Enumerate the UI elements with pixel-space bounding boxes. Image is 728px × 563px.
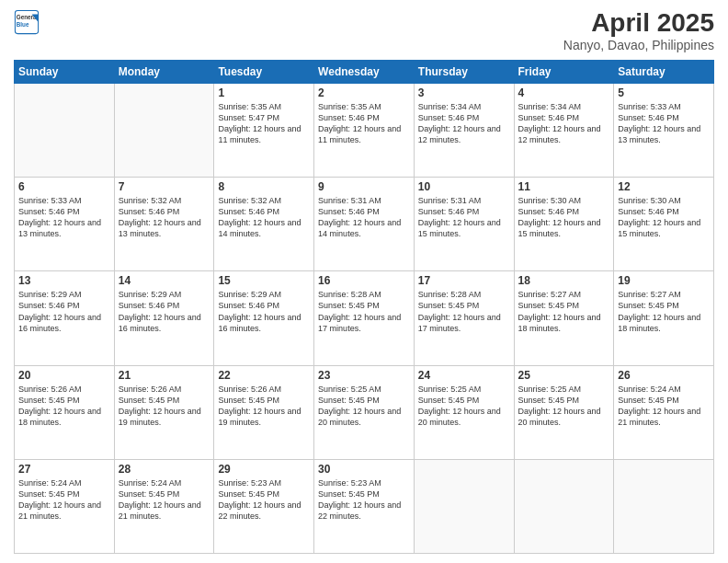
col-friday: Friday (514, 60, 614, 83)
day-number: 1 (218, 86, 310, 99)
calendar-week-5: 27Sunrise: 5:24 AMSunset: 5:45 PMDayligh… (15, 459, 714, 553)
calendar-week-4: 20Sunrise: 5:26 AMSunset: 5:45 PMDayligh… (15, 365, 714, 459)
calendar-cell: 19Sunrise: 5:27 AMSunset: 5:45 PMDayligh… (614, 271, 714, 365)
calendar-cell: 24Sunrise: 5:25 AMSunset: 5:45 PMDayligh… (414, 365, 514, 459)
calendar-cell (614, 459, 714, 553)
day-number: 8 (218, 180, 310, 193)
calendar-cell: 1Sunrise: 5:35 AMSunset: 5:47 PMDaylight… (214, 83, 314, 177)
calendar-cell: 17Sunrise: 5:28 AMSunset: 5:45 PMDayligh… (414, 271, 514, 365)
page-subtitle: Nanyo, Davao, Philippines (563, 38, 714, 52)
day-info: Sunrise: 5:31 AMSunset: 5:46 PMDaylight:… (418, 195, 510, 240)
calendar-cell: 5Sunrise: 5:33 AMSunset: 5:46 PMDaylight… (614, 83, 714, 177)
day-number: 17 (418, 274, 510, 287)
calendar-cell (514, 459, 614, 553)
calendar-cell: 21Sunrise: 5:26 AMSunset: 5:45 PMDayligh… (114, 365, 214, 459)
calendar-body: 1Sunrise: 5:35 AMSunset: 5:47 PMDaylight… (15, 83, 714, 553)
calendar-cell: 27Sunrise: 5:24 AMSunset: 5:45 PMDayligh… (15, 459, 115, 553)
day-number: 14 (119, 274, 210, 287)
calendar-cell: 11Sunrise: 5:30 AMSunset: 5:46 PMDayligh… (514, 178, 614, 271)
day-number: 6 (18, 180, 110, 193)
day-number: 11 (518, 180, 610, 193)
logo: General Blue (14, 9, 40, 35)
day-info: Sunrise: 5:27 AMSunset: 5:45 PMDaylight:… (618, 289, 710, 334)
calendar-cell: 30Sunrise: 5:23 AMSunset: 5:45 PMDayligh… (314, 459, 415, 553)
day-number: 27 (18, 463, 110, 476)
calendar-cell: 8Sunrise: 5:32 AMSunset: 5:46 PMDaylight… (214, 178, 314, 271)
calendar-table: Sunday Monday Tuesday Wednesday Thursday… (14, 60, 714, 554)
day-number: 3 (418, 86, 510, 99)
day-number: 22 (218, 369, 310, 382)
day-info: Sunrise: 5:29 AMSunset: 5:46 PMDaylight:… (18, 289, 110, 334)
col-saturday: Saturday (614, 60, 714, 83)
calendar-cell: 15Sunrise: 5:29 AMSunset: 5:46 PMDayligh… (214, 271, 314, 365)
day-number: 23 (318, 369, 410, 382)
calendar-cell: 29Sunrise: 5:23 AMSunset: 5:45 PMDayligh… (214, 459, 314, 553)
day-info: Sunrise: 5:25 AMSunset: 5:45 PMDaylight:… (418, 384, 510, 429)
day-info: Sunrise: 5:31 AMSunset: 5:46 PMDaylight:… (318, 195, 410, 240)
day-info: Sunrise: 5:28 AMSunset: 5:45 PMDaylight:… (318, 289, 410, 334)
day-number: 4 (518, 86, 610, 99)
day-info: Sunrise: 5:35 AMSunset: 5:46 PMDaylight:… (318, 101, 410, 146)
page-title: April 2025 (563, 9, 714, 38)
calendar-cell: 9Sunrise: 5:31 AMSunset: 5:46 PMDaylight… (314, 178, 415, 271)
day-info: Sunrise: 5:24 AMSunset: 5:45 PMDaylight:… (119, 477, 210, 523)
calendar-cell: 18Sunrise: 5:27 AMSunset: 5:45 PMDayligh… (514, 271, 614, 365)
col-sunday: Sunday (15, 60, 115, 83)
day-info: Sunrise: 5:26 AMSunset: 5:45 PMDaylight:… (218, 384, 310, 429)
day-info: Sunrise: 5:24 AMSunset: 5:45 PMDaylight:… (618, 384, 710, 429)
day-number: 30 (318, 463, 410, 476)
day-number: 5 (618, 86, 710, 99)
day-number: 26 (618, 369, 710, 382)
calendar-cell: 16Sunrise: 5:28 AMSunset: 5:45 PMDayligh… (314, 271, 415, 365)
calendar-cell: 7Sunrise: 5:32 AMSunset: 5:46 PMDaylight… (114, 178, 214, 271)
calendar-cell: 23Sunrise: 5:25 AMSunset: 5:45 PMDayligh… (314, 365, 415, 459)
calendar-cell: 2Sunrise: 5:35 AMSunset: 5:46 PMDaylight… (314, 83, 415, 177)
calendar-cell: 6Sunrise: 5:33 AMSunset: 5:46 PMDaylight… (15, 178, 115, 271)
day-info: Sunrise: 5:29 AMSunset: 5:46 PMDaylight:… (119, 289, 210, 334)
calendar-week-2: 6Sunrise: 5:33 AMSunset: 5:46 PMDaylight… (15, 178, 714, 271)
day-number: 15 (218, 274, 310, 287)
day-info: Sunrise: 5:26 AMSunset: 5:45 PMDaylight:… (119, 384, 210, 429)
day-info: Sunrise: 5:33 AMSunset: 5:46 PMDaylight:… (18, 195, 110, 240)
day-number: 21 (119, 369, 210, 382)
day-number: 9 (318, 180, 410, 193)
calendar-header-row: Sunday Monday Tuesday Wednesday Thursday… (15, 60, 714, 83)
day-number: 20 (18, 369, 110, 382)
day-info: Sunrise: 5:32 AMSunset: 5:46 PMDaylight:… (218, 195, 310, 240)
logo-icon: General Blue (14, 9, 40, 35)
calendar-cell: 26Sunrise: 5:24 AMSunset: 5:45 PMDayligh… (614, 365, 714, 459)
calendar-cell (15, 83, 115, 177)
day-info: Sunrise: 5:29 AMSunset: 5:46 PMDaylight:… (218, 289, 310, 334)
calendar-cell: 14Sunrise: 5:29 AMSunset: 5:46 PMDayligh… (114, 271, 214, 365)
day-info: Sunrise: 5:30 AMSunset: 5:46 PMDaylight:… (518, 195, 610, 240)
calendar-cell: 13Sunrise: 5:29 AMSunset: 5:46 PMDayligh… (15, 271, 115, 365)
day-number: 25 (518, 369, 610, 382)
day-number: 28 (119, 463, 210, 476)
day-info: Sunrise: 5:24 AMSunset: 5:45 PMDaylight:… (18, 477, 110, 523)
day-info: Sunrise: 5:23 AMSunset: 5:45 PMDaylight:… (318, 477, 410, 523)
day-number: 13 (18, 274, 110, 287)
day-number: 16 (318, 274, 410, 287)
calendar-cell: 22Sunrise: 5:26 AMSunset: 5:45 PMDayligh… (214, 365, 314, 459)
calendar-week-3: 13Sunrise: 5:29 AMSunset: 5:46 PMDayligh… (15, 271, 714, 365)
day-info: Sunrise: 5:27 AMSunset: 5:45 PMDaylight:… (518, 289, 610, 334)
day-number: 7 (119, 180, 210, 193)
calendar-cell (414, 459, 514, 553)
col-monday: Monday (114, 60, 214, 83)
day-number: 18 (518, 274, 610, 287)
day-info: Sunrise: 5:32 AMSunset: 5:46 PMDaylight:… (119, 195, 210, 240)
calendar-cell (114, 83, 214, 177)
col-thursday: Thursday (414, 60, 514, 83)
col-tuesday: Tuesday (214, 60, 314, 83)
day-number: 10 (418, 180, 510, 193)
day-info: Sunrise: 5:25 AMSunset: 5:45 PMDaylight:… (318, 384, 410, 429)
header: General Blue April 2025 Nanyo, Davao, Ph… (14, 9, 714, 52)
calendar-week-1: 1Sunrise: 5:35 AMSunset: 5:47 PMDaylight… (15, 83, 714, 177)
day-info: Sunrise: 5:28 AMSunset: 5:45 PMDaylight:… (418, 289, 510, 334)
day-info: Sunrise: 5:34 AMSunset: 5:46 PMDaylight:… (518, 101, 610, 146)
day-number: 2 (318, 86, 410, 99)
day-info: Sunrise: 5:34 AMSunset: 5:46 PMDaylight:… (418, 101, 510, 146)
day-number: 29 (218, 463, 310, 476)
day-info: Sunrise: 5:30 AMSunset: 5:46 PMDaylight:… (618, 195, 710, 240)
day-info: Sunrise: 5:23 AMSunset: 5:45 PMDaylight:… (218, 477, 310, 523)
